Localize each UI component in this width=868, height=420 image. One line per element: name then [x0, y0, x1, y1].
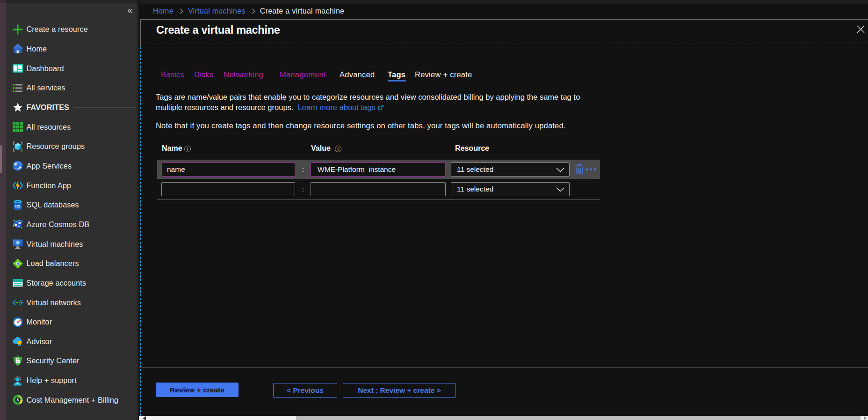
svg-text:SQL: SQL — [14, 204, 21, 208]
svg-text:$: $ — [16, 398, 19, 402]
